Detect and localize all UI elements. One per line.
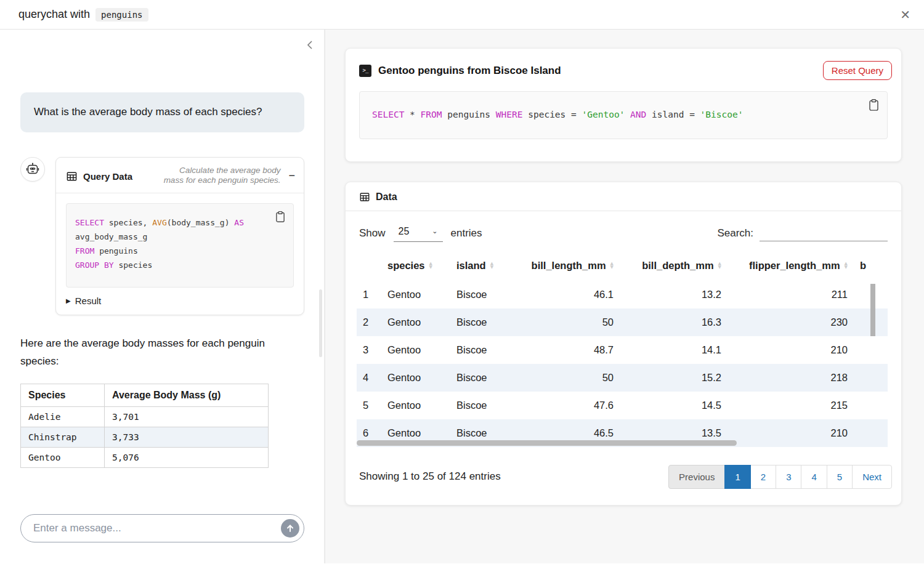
table-row: Gentoo5,076: [21, 448, 269, 468]
app-title-text: querychat with: [18, 8, 90, 21]
table-cell: [854, 447, 888, 451]
page-button-3[interactable]: 3: [776, 465, 801, 489]
table-cell: 4: [357, 364, 381, 392]
table-cell: Biscoe: [450, 281, 518, 308]
send-button[interactable]: [281, 519, 299, 538]
page-size-value: 25: [399, 226, 410, 237]
page-size-select[interactable]: 25 ⌄: [394, 225, 443, 242]
panel-resize-handle[interactable]: [325, 30, 325, 563]
table-cell: 211: [727, 447, 854, 451]
table-row: 1GentooBiscoe46.113.2211: [357, 281, 888, 308]
resize-grip[interactable]: [319, 289, 322, 357]
assistant-turn: Query Data Calculate the average body ma…: [20, 157, 304, 316]
table-cell: 15.2: [620, 364, 727, 392]
page-button-5[interactable]: 5: [827, 465, 853, 489]
table-row: Adelie3,701: [21, 407, 269, 427]
data-table: species▲▼island▲▼bill_length_mm▲▼bill_de…: [357, 252, 888, 451]
table-cell: Gentoo: [381, 308, 450, 336]
tool-card-body: SELECT species, AVG(body_mass_g) AS avg_…: [56, 193, 304, 315]
table-cell: 210: [727, 336, 854, 364]
page-size-control: Show 25 ⌄ entries: [359, 225, 482, 242]
show-label: Show: [359, 227, 386, 240]
sql-code-block-main: SELECT * FROM penguins WHERE species = '…: [359, 91, 888, 139]
sort-icon: ▲▼: [718, 262, 721, 270]
horizontal-scrollbar[interactable]: [357, 440, 737, 446]
tool-card-header: Query Data Calculate the average body ma…: [56, 158, 304, 193]
search-label: Search:: [717, 227, 753, 240]
collapse-row: [20, 38, 315, 54]
table-row: Chinstrap3,733: [21, 427, 269, 448]
table-cell: 46.1: [518, 281, 620, 308]
collapse-sidebar-button[interactable]: [304, 38, 315, 54]
app-window: querychat with penguins ✕ What is the av…: [0, 0, 924, 564]
column-header-row-number: [357, 252, 381, 281]
table-cell: [854, 364, 888, 392]
table-cell: 14.5: [620, 392, 727, 419]
column-header-b: b: [854, 252, 888, 281]
page-button-next[interactable]: Next: [852, 465, 892, 489]
current-query-card: >_ Gentoo penguins from Biscoe Island Re…: [345, 48, 902, 162]
table-cell: Biscoe: [450, 308, 518, 336]
copy-code-button[interactable]: [274, 209, 287, 226]
table-cell: 50: [518, 364, 620, 392]
arrow-up-icon: [286, 524, 294, 533]
entries-label: entries: [451, 227, 482, 240]
table-cell: 5,076: [105, 448, 269, 468]
search-input[interactable]: [760, 225, 888, 241]
result-toggle[interactable]: ▶ Result: [66, 296, 101, 306]
table-cell: 5: [357, 392, 381, 419]
table-cell: Gentoo: [381, 281, 450, 308]
table-cell: [854, 336, 888, 364]
titlebar: querychat with penguins ✕: [0, 0, 924, 30]
message-input[interactable]: [20, 514, 304, 542]
table-cell: 45.4: [518, 447, 620, 451]
chevron-down-icon: ⌄: [432, 227, 437, 235]
collapse-tool-card-button[interactable]: −: [288, 169, 295, 182]
page-button-4[interactable]: 4: [801, 465, 827, 489]
close-icon[interactable]: ✕: [900, 9, 910, 21]
message-input-row: [20, 514, 304, 542]
page-button-1[interactable]: 1: [724, 465, 750, 489]
table-cell: 3: [357, 336, 381, 364]
table-cell: 218: [727, 364, 854, 392]
bot-avatar: [20, 157, 45, 182]
tool-card-title: Query Data: [66, 171, 132, 182]
copy-query-button[interactable]: [867, 97, 881, 115]
table-cell: Gentoo: [381, 364, 450, 392]
table-cell: Adelie: [21, 407, 105, 427]
table-cell: 13.2: [620, 281, 727, 308]
table-cell: Gentoo: [21, 448, 105, 468]
species-mass-table-body: Adelie3,701Chinstrap3,733Gentoo5,076: [21, 407, 269, 468]
table-icon: [359, 191, 370, 203]
search-control: Search:: [717, 225, 888, 241]
sort-icon: ▲▼: [845, 262, 848, 270]
table-cell: Biscoe: [450, 364, 518, 392]
query-data-card: Query Data Calculate the average body ma…: [55, 157, 304, 316]
data-card-header: Data: [346, 182, 901, 211]
page-button-2[interactable]: 2: [750, 465, 776, 489]
column-header-bill_length_mm[interactable]: bill_length_mm▲▼: [518, 252, 620, 281]
column-header-island[interactable]: island▲▼: [450, 252, 518, 281]
table-cell: Gentoo: [381, 336, 450, 364]
tool-card-title-text: Query Data: [83, 171, 132, 182]
column-header-flipper_length_mm[interactable]: flipper_length_mm▲▼: [727, 252, 854, 281]
sort-icon: ▲▼: [490, 262, 493, 270]
chat-panel: What is the average body mass of each sp…: [0, 30, 325, 563]
table-icon: [66, 171, 78, 182]
column-header-bill_depth_mm[interactable]: bill_depth_mm▲▼: [620, 252, 727, 281]
page-button-previous[interactable]: Previous: [668, 465, 725, 489]
table-cell: Biscoe: [450, 336, 518, 364]
table-row: 3GentooBiscoe48.714.1210: [357, 336, 888, 364]
table-cell: 211: [727, 281, 854, 308]
sort-icon: ▲▼: [429, 262, 432, 270]
reset-query-button[interactable]: Reset Query: [823, 61, 892, 80]
data-table-body: 1GentooBiscoe46.113.22112GentooBiscoe501…: [357, 281, 888, 451]
data-table-head: species▲▼island▲▼bill_length_mm▲▼bill_de…: [357, 252, 888, 281]
table-cell: 50: [518, 308, 620, 336]
vertical-scrollbar[interactable]: [870, 284, 875, 336]
column-header-species[interactable]: species▲▼: [381, 252, 450, 281]
query-title: Gentoo penguins from Biscoe Island: [378, 65, 561, 77]
data-table-viewport: species▲▼island▲▼bill_length_mm▲▼bill_de…: [357, 252, 888, 451]
table-cell: 230: [727, 308, 854, 336]
pagination: Previous12345Next: [669, 465, 892, 489]
